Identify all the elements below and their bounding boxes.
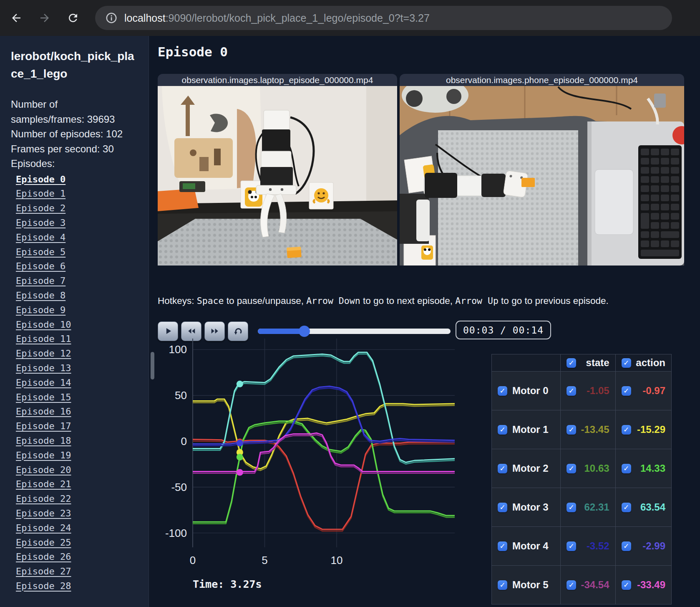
episode-link-20[interactable]: Episode 20 bbox=[16, 465, 71, 475]
motor-label: Motor 1 bbox=[512, 424, 549, 435]
episode-link-6[interactable]: Episode 6 bbox=[16, 261, 65, 271]
episode-link-25[interactable]: Episode 25 bbox=[16, 537, 71, 548]
motor-1-checkbox[interactable] bbox=[498, 425, 507, 435]
episode-list: Episode 0 Episode 1 Episode 2 Episode 3 … bbox=[11, 173, 149, 594]
lerobot-dataset-visualizer: localhost:9090/lerobot/koch_pick_place_1… bbox=[0, 0, 700, 607]
fps-info: Frames per second: 30 bbox=[11, 142, 132, 157]
current-time-label: Time: 3.27s bbox=[193, 578, 262, 590]
hotkeys-help: Hotkeys: Space to pause/unpause, Arrow D… bbox=[158, 296, 609, 306]
motor-5-checkbox[interactable] bbox=[498, 580, 507, 590]
episode-link-21[interactable]: Episode 21 bbox=[16, 479, 71, 489]
motor-2-action-value: 14.33 bbox=[640, 463, 665, 474]
forward-arrow-icon bbox=[38, 12, 51, 24]
motor-2-checkbox[interactable] bbox=[498, 464, 507, 473]
motor-4-checkbox[interactable] bbox=[498, 541, 507, 551]
url-text: localhost:9090/lerobot/koch_pick_place_1… bbox=[124, 12, 430, 24]
browser-back-button[interactable] bbox=[7, 8, 26, 28]
motor-5-action-checkbox[interactable] bbox=[622, 580, 631, 590]
motor-label: Motor 4 bbox=[512, 540, 549, 552]
browser-toolbar: localhost:9090/lerobot/koch_pick_place_1… bbox=[0, 0, 700, 36]
episode-link-22[interactable]: Episode 22 bbox=[16, 493, 71, 504]
hotkey-arrow-up: Arrow Up bbox=[455, 296, 499, 306]
video-panel-phone: observation.images.phone_episode_000000.… bbox=[400, 74, 684, 266]
episode-link-2[interactable]: Episode 2 bbox=[16, 203, 65, 213]
episode-link-28[interactable]: Episode 28 bbox=[16, 581, 71, 591]
action-column-checkbox[interactable] bbox=[622, 358, 631, 368]
motor-2-state-checkbox[interactable] bbox=[567, 464, 576, 473]
motor-3-state-checkbox[interactable] bbox=[567, 503, 576, 512]
episode-link-8[interactable]: Episode 8 bbox=[16, 290, 65, 301]
motor-trajectory-chart[interactable]: 100500-50-1000510 bbox=[155, 332, 458, 572]
sidebar-scrollbar-thumb[interactable] bbox=[151, 352, 154, 379]
motor-1-action-value: -15.29 bbox=[637, 424, 665, 435]
episode-link-0[interactable]: Episode 0 bbox=[16, 174, 65, 185]
episode-link-4[interactable]: Episode 4 bbox=[16, 232, 65, 243]
episodes-count: Number of episodes: 102 bbox=[11, 126, 132, 142]
address-bar[interactable]: localhost:9090/lerobot/koch_pick_place_1… bbox=[95, 6, 672, 30]
episode-link-1[interactable]: Episode 1 bbox=[16, 188, 65, 199]
episode-link-15[interactable]: Episode 15 bbox=[16, 392, 71, 402]
motor-label: Motor 0 bbox=[512, 385, 549, 397]
episode-link-3[interactable]: Episode 3 bbox=[16, 218, 65, 228]
motor-0-checkbox[interactable] bbox=[498, 386, 507, 396]
episode-link-23[interactable]: Episode 23 bbox=[16, 508, 71, 518]
motor-1-action-checkbox[interactable] bbox=[622, 425, 631, 435]
table-row-motor-5: Motor 5 -34.54 -33.49 bbox=[492, 566, 672, 604]
motor-label: Motor 5 bbox=[512, 579, 549, 591]
episode-link-14[interactable]: Episode 14 bbox=[16, 377, 71, 388]
motor-3-state-value: 62.31 bbox=[584, 501, 609, 513]
episode-link-19[interactable]: Episode 19 bbox=[16, 450, 71, 460]
episode-link-16[interactable]: Episode 16 bbox=[16, 406, 71, 417]
motor-3-action-checkbox[interactable] bbox=[622, 503, 631, 512]
episode-link-17[interactable]: Episode 17 bbox=[16, 421, 71, 431]
svg-text:-50: -50 bbox=[171, 481, 187, 493]
episode-link-7[interactable]: Episode 7 bbox=[16, 276, 65, 286]
video-panel-laptop: observation.images.laptop_episode_000000… bbox=[158, 74, 397, 266]
svg-text:-100: -100 bbox=[165, 527, 187, 539]
motor-2-action-checkbox[interactable] bbox=[622, 464, 631, 473]
sidebar: lerobot/koch_pick_place_1_lego Number of… bbox=[0, 36, 149, 607]
browser-forward-button[interactable] bbox=[35, 8, 54, 28]
motor-3-checkbox[interactable] bbox=[498, 503, 507, 512]
episode-link-5[interactable]: Episode 5 bbox=[16, 247, 65, 257]
hotkey-arrow-down: Arrow Down bbox=[306, 296, 360, 306]
state-column-checkbox[interactable] bbox=[567, 358, 576, 368]
svg-text:10: 10 bbox=[331, 554, 343, 567]
motor-0-action-value: -0.97 bbox=[642, 385, 665, 397]
table-row-motor-0: Motor 0 -1.05 -0.97 bbox=[492, 372, 672, 410]
episode-link-27[interactable]: Episode 27 bbox=[16, 566, 71, 577]
motor-4-action-checkbox[interactable] bbox=[622, 541, 631, 551]
motor-0-action-checkbox[interactable] bbox=[622, 386, 631, 396]
dataset-title: lerobot/koch_pick_place_1_lego bbox=[11, 48, 136, 83]
browser-refresh-button[interactable] bbox=[63, 8, 83, 28]
episode-link-12[interactable]: Episode 12 bbox=[16, 348, 71, 359]
refresh-icon bbox=[67, 12, 79, 24]
svg-text:0: 0 bbox=[190, 554, 196, 567]
episode-link-26[interactable]: Episode 26 bbox=[16, 551, 71, 562]
motor-4-state-checkbox[interactable] bbox=[567, 541, 576, 551]
samples-count: Number of samples/frames: 39693 bbox=[11, 97, 132, 126]
motor-1-state-value: -13.45 bbox=[581, 424, 609, 435]
episode-link-9[interactable]: Episode 9 bbox=[16, 305, 65, 315]
svg-text:50: 50 bbox=[175, 389, 187, 402]
motor-1-state-checkbox[interactable] bbox=[567, 425, 576, 435]
svg-text:100: 100 bbox=[169, 343, 187, 356]
motor-5-state-value: -34.54 bbox=[581, 579, 609, 591]
motor-label: Motor 2 bbox=[512, 463, 549, 474]
video-frame-laptop[interactable] bbox=[158, 86, 397, 266]
url-host: localhost bbox=[124, 12, 166, 24]
page-info-icon[interactable] bbox=[105, 12, 118, 24]
back-arrow-icon bbox=[10, 12, 23, 24]
episode-link-10[interactable]: Episode 10 bbox=[16, 319, 71, 330]
time-display: 00:03 / 00:14 bbox=[456, 321, 551, 339]
episode-link-24[interactable]: Episode 24 bbox=[16, 523, 71, 533]
motor-5-state-checkbox[interactable] bbox=[567, 580, 576, 590]
episode-link-11[interactable]: Episode 11 bbox=[16, 334, 71, 344]
episode-link-13[interactable]: Episode 13 bbox=[16, 363, 71, 373]
video-title-phone: observation.images.phone_episode_000000.… bbox=[400, 74, 684, 86]
motor-label: Motor 3 bbox=[512, 501, 549, 513]
video-frame-phone[interactable] bbox=[400, 86, 684, 266]
episode-link-18[interactable]: Episode 18 bbox=[16, 435, 71, 446]
motor-5-action-value: -33.49 bbox=[637, 579, 665, 591]
motor-0-state-checkbox[interactable] bbox=[567, 386, 576, 396]
